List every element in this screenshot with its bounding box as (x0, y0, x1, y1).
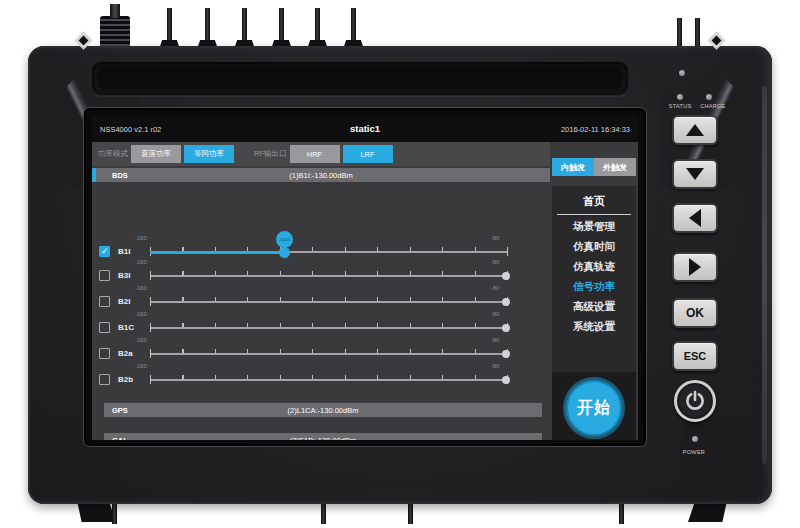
power-mode-bar: 功率模式 衰落功率等同功率 RF输出口 HRFLRF (92, 142, 550, 166)
power-label: POWER (683, 449, 705, 455)
status-label: STATUS (669, 104, 692, 110)
lcd-panel: NSS4000 v2.1 r02 static1 2016-02-11 16:3… (92, 116, 638, 440)
charge-label: CHARGE (700, 104, 725, 110)
group-value: (1)B1I:-130.00dBm (92, 171, 550, 180)
slider-track (150, 301, 508, 303)
scale-max-label: -80 (491, 285, 500, 291)
sma-antenna-tip (110, 4, 120, 18)
power-slider[interactable]: -160-80 (150, 316, 508, 340)
power-slider[interactable]: -160-80 (150, 342, 508, 366)
signal-checkbox[interactable] (99, 374, 110, 385)
menu-item[interactable]: 系统设置 (552, 320, 636, 334)
signal-checkbox[interactable] (99, 270, 110, 281)
scale-max-label: -80 (491, 311, 500, 317)
indicator-led (679, 70, 685, 76)
esc-button[interactable]: ESC (672, 341, 718, 371)
slider-thumb[interactable] (502, 298, 510, 306)
trigger-tabs: 内触发外触发 (552, 158, 636, 176)
power-mode-label: 功率模式 (98, 149, 128, 159)
menu-item[interactable]: 仿真轨迹 (552, 260, 636, 274)
signal-power-panel: BDS (1)B1I:-130.00dBm B1I-160-80-130.00B… (92, 166, 550, 440)
slider-thumb[interactable] (502, 324, 510, 332)
scale-max-label: -80 (491, 259, 500, 265)
rf-output-label: RF输出口 (254, 149, 287, 159)
scale-min-label: -160 (135, 363, 147, 369)
signal-row: B2I-160-80 (92, 290, 550, 314)
nav-menu: 首页 场景管理仿真时间仿真轨迹信号功率高级设置系统设置 (552, 186, 636, 372)
value-balloon: -130.00 (276, 231, 293, 248)
signal-row: B1I-160-80-130.00 (92, 240, 550, 264)
right-button[interactable] (672, 252, 718, 282)
slider-fill (150, 251, 284, 254)
group-value: (3)E1B:-130.00dBm (104, 436, 542, 440)
signal-label: B1C (118, 323, 134, 332)
menu-item[interactable]: 场景管理 (552, 220, 636, 234)
scale-min-label: -160 (135, 337, 147, 343)
power-slider[interactable]: -160-80 (150, 368, 508, 392)
scale-min-label: -160 (135, 235, 147, 241)
scale-max-label: -80 (491, 235, 500, 241)
device-photo: NSS4000 v2.1 r02 static1 2016-02-11 16:3… (0, 0, 800, 528)
power-led (692, 436, 698, 442)
signal-row: B3I-160-80 (92, 264, 550, 288)
menu-item[interactable]: 仿真时间 (552, 240, 636, 254)
left-arrow-icon (689, 209, 701, 227)
slider-track (150, 379, 508, 381)
signal-row: B1C-160-80 (92, 316, 550, 340)
signal-label: B3I (118, 271, 130, 280)
slider-thumb[interactable] (502, 272, 510, 280)
signal-checkbox[interactable] (99, 322, 110, 333)
power-mode-option[interactable]: 等同功率 (184, 145, 234, 163)
rf-output-option[interactable]: HRF (290, 145, 340, 163)
signal-label: B2a (118, 349, 133, 358)
status-led (677, 94, 683, 100)
start-button[interactable]: 开始 (566, 380, 622, 436)
menu-item[interactable]: 信号功率 (552, 280, 636, 294)
group-bar-bds[interactable]: BDS (1)B1I:-130.00dBm (92, 168, 550, 182)
power-slider[interactable]: -160-80-130.00 (150, 240, 508, 264)
scenario-title: static1 (92, 123, 638, 134)
up-button[interactable] (672, 115, 718, 145)
scale-min-label: -160 (135, 311, 147, 317)
signal-checkbox[interactable] (99, 246, 110, 257)
trigger-tab[interactable]: 外触发 (594, 158, 636, 176)
slider-track (150, 353, 508, 355)
down-button[interactable] (672, 159, 718, 189)
menu-home[interactable]: 首页 (552, 194, 636, 209)
signal-row: B2b-160-80 (92, 368, 550, 392)
speaker-slot (92, 62, 628, 96)
group-value: (2)L1CA:-130.00dBm (104, 406, 542, 415)
scale-min-label: -160 (135, 285, 147, 291)
left-button[interactable] (672, 203, 718, 233)
slider-track (150, 327, 508, 329)
signal-row: B2a-160-80 (92, 342, 550, 366)
right-arrow-icon (689, 258, 701, 276)
power-mode-option[interactable]: 衰落功率 (131, 145, 181, 163)
slider-track (150, 275, 508, 277)
signal-label: B2I (118, 297, 130, 306)
trigger-tab[interactable]: 内触发 (552, 158, 594, 176)
signal-checkbox[interactable] (99, 348, 110, 359)
power-button[interactable] (674, 380, 716, 422)
slider-thumb[interactable] (502, 376, 510, 384)
ok-button[interactable]: OK (672, 298, 718, 328)
scale-min-label: -160 (135, 259, 147, 265)
power-icon (684, 390, 706, 412)
corner-bumper (682, 418, 752, 498)
touchscreen: NSS4000 v2.1 r02 static1 2016-02-11 16:3… (84, 108, 646, 446)
corner-accent (74, 31, 92, 49)
menu-item[interactable]: 高级设置 (552, 300, 636, 314)
signal-checkbox[interactable] (99, 296, 110, 307)
scale-max-label: -80 (491, 363, 500, 369)
charge-led (706, 94, 712, 100)
group-bar-gal[interactable]: GAL(3)E1B:-130.00dBm (104, 433, 542, 440)
scale-max-label: -80 (491, 337, 500, 343)
rf-output-option[interactable]: LRF (343, 145, 393, 163)
group-bar-gps[interactable]: GPS(2)L1CA:-130.00dBm (104, 403, 542, 417)
status-bar: NSS4000 v2.1 r02 static1 2016-02-11 16:3… (92, 116, 638, 142)
power-slider[interactable]: -160-80 (150, 264, 508, 288)
power-slider[interactable]: -160-80 (150, 290, 508, 314)
menu-divider (557, 214, 631, 215)
signal-label: B2b (118, 375, 133, 384)
slider-thumb[interactable] (502, 350, 510, 358)
